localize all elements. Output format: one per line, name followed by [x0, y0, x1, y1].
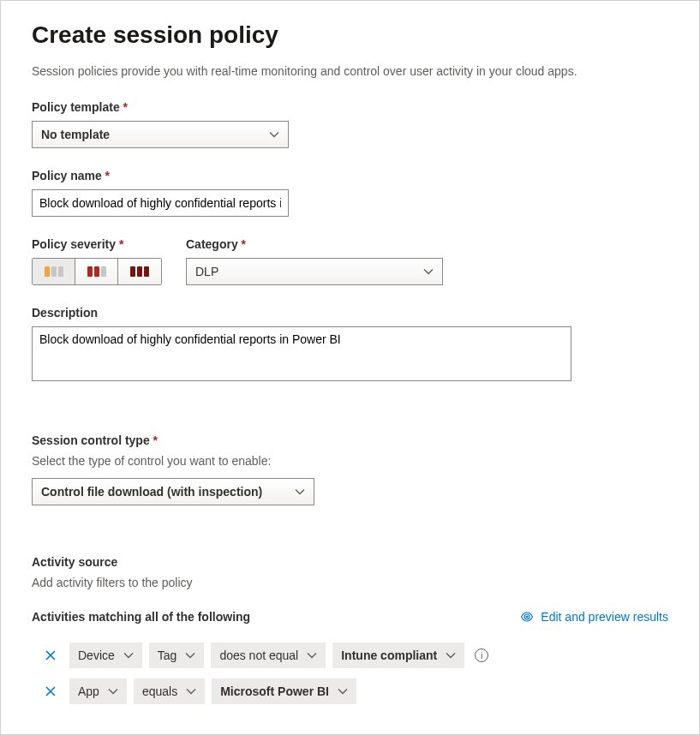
severity-low-button[interactable] [33, 259, 75, 284]
chevron-down-icon [123, 650, 134, 660]
filter-value-pill[interactable]: Microsoft Power BI [212, 678, 356, 704]
chevron-down-icon [338, 686, 348, 696]
policy-name-input[interactable] [32, 189, 289, 217]
policy-template-label: Policy template [32, 100, 668, 114]
activities-heading: Activities matching all of the following [32, 610, 250, 624]
filter-op-pill[interactable]: does not equal [211, 642, 326, 668]
chevron-down-icon [108, 686, 118, 696]
filter-field-pill[interactable]: App [69, 678, 127, 704]
chevron-down-icon [423, 266, 434, 277]
description-textarea[interactable] [32, 326, 571, 381]
category-dropdown[interactable]: DLP [186, 258, 443, 285]
filter-op-label: equals [142, 684, 177, 698]
close-icon [45, 649, 57, 661]
filter-op-label: does not equal [219, 648, 298, 662]
remove-filter-button[interactable] [39, 643, 63, 667]
filter-field-label: Device [78, 648, 115, 662]
category-value: DLP [195, 265, 218, 278]
eye-icon [520, 610, 534, 624]
severity-high-button[interactable] [118, 259, 161, 284]
page-subtitle: Session policies provide you with real-t… [32, 64, 668, 78]
filter-field-label: App [78, 684, 99, 698]
session-control-label: Session control type [32, 433, 668, 447]
filter-row: App equals Microsoft Power BI [32, 678, 668, 704]
filter-field-pill[interactable]: Device [69, 642, 142, 668]
chevron-down-icon [446, 650, 456, 660]
info-icon[interactable]: i [475, 648, 488, 662]
session-control-help: Select the type of control you want to e… [32, 454, 668, 468]
edit-preview-label: Edit and preview results [541, 610, 668, 624]
edit-preview-link[interactable]: Edit and preview results [520, 610, 668, 624]
chevron-down-icon [186, 686, 196, 696]
policy-severity-group [32, 258, 162, 285]
session-control-value: Control file download (with inspection) [41, 485, 262, 499]
policy-name-label: Policy name [32, 169, 668, 182]
chevron-down-icon [269, 129, 279, 140]
chevron-down-icon [295, 487, 305, 497]
filter-sub-pill[interactable]: Tag [149, 642, 205, 668]
close-icon [45, 685, 57, 697]
session-control-dropdown[interactable]: Control file download (with inspection) [32, 478, 314, 505]
svg-point-0 [526, 616, 529, 618]
policy-severity-label: Policy severity [32, 237, 162, 251]
filter-value-pill[interactable]: Intune compliant [332, 642, 464, 668]
page-title: Create session policy [32, 21, 668, 49]
policy-template-dropdown[interactable]: No template [32, 121, 289, 148]
remove-filter-button[interactable] [39, 679, 63, 703]
create-session-policy-form: Create session policy Session policies p… [0, 0, 700, 735]
filter-op-pill[interactable]: equals [134, 678, 205, 704]
filter-row: Device Tag does not equal Intune complia… [32, 642, 668, 668]
policy-template-value: No template [41, 128, 110, 141]
category-label: Category [186, 237, 443, 251]
severity-medium-button[interactable] [75, 259, 118, 284]
filter-value-label: Intune compliant [341, 648, 437, 662]
filter-sub-label: Tag [158, 648, 177, 662]
activity-source-label: Activity source [32, 555, 668, 569]
activity-source-help: Add activity filters to the policy [32, 576, 668, 589]
filter-value-label: Microsoft Power BI [220, 684, 329, 698]
chevron-down-icon [185, 650, 195, 660]
description-label: Description [32, 306, 668, 320]
chevron-down-icon [307, 650, 317, 660]
